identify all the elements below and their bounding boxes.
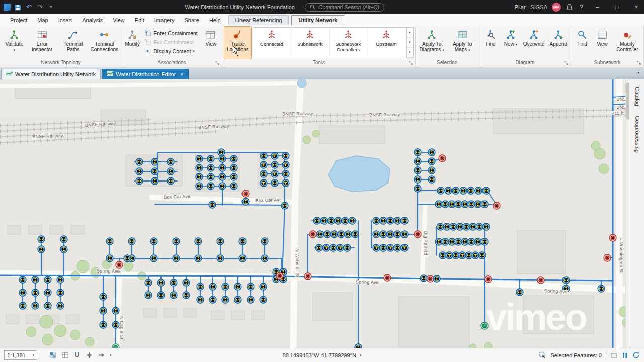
redo-button[interactable]: ↷	[36, 3, 44, 11]
gallery-down-icon[interactable]: ▾	[407, 38, 413, 48]
network-node-bowtie[interactable]	[380, 231, 387, 238]
overwrite-button[interactable]: Overwrite	[521, 26, 547, 59]
scrollbar-thumb[interactable]	[626, 82, 629, 120]
minimize-button[interactable]: –	[590, 0, 605, 14]
network-node-cross[interactable]	[219, 183, 226, 190]
customize-toolbar-chevron-icon[interactable]: ▾	[47, 3, 55, 11]
map-scale-combo[interactable]: 1:1,381 ▾	[4, 350, 37, 360]
gallery-item-connected[interactable]: Connected	[253, 28, 291, 58]
network-node-bowtie[interactable]	[324, 231, 331, 238]
network-node-bowtie[interactable]	[476, 223, 483, 230]
network-node-bowtie[interactable]	[328, 217, 335, 224]
network-node-cross[interactable]	[60, 246, 67, 253]
network-node-cross[interactable]	[170, 292, 177, 299]
network-node-cross[interactable]	[196, 173, 203, 180]
network-node-bowtie[interactable]	[394, 231, 401, 238]
network-node-cross[interactable]	[217, 255, 224, 262]
network-node-tee[interactable]	[271, 152, 278, 159]
network-node-red[interactable]	[493, 202, 500, 209]
network-node-tee[interactable]	[260, 179, 267, 187]
network-node-bowtie[interactable]	[373, 217, 380, 224]
network-node-tee[interactable]	[459, 252, 466, 259]
gallery-up-icon[interactable]: ▴	[407, 28, 413, 38]
network-node-cross[interactable]	[219, 173, 226, 180]
network-node-bowtie[interactable]	[112, 321, 119, 328]
network-node-bowtie[interactable]	[481, 201, 488, 208]
network-node-bowtie[interactable]	[151, 168, 158, 175]
dialog-launcher-icon[interactable]	[215, 60, 220, 66]
network-node-red[interactable]	[242, 190, 249, 197]
terminal-connections-button[interactable]: Terminal Connections	[89, 26, 119, 59]
refresh-map-icon[interactable]	[632, 351, 640, 359]
crosshair-icon[interactable]	[86, 351, 93, 359]
network-node-tee[interactable]	[472, 252, 479, 259]
network-node-bowtie[interactable]	[482, 187, 490, 194]
network-node-tee[interactable]	[401, 244, 408, 251]
network-node-cross[interactable]	[482, 223, 490, 230]
network-node-bowtie[interactable]	[230, 155, 237, 162]
network-node-cross[interactable]	[448, 238, 455, 245]
network-node-tee[interactable]	[271, 170, 278, 177]
network-node-cross[interactable]	[414, 158, 421, 165]
menu-tab-imagery[interactable]: Imagery	[149, 16, 180, 25]
network-node-bowtie[interactable]	[44, 276, 51, 283]
network-node-bowtie[interactable]	[481, 238, 488, 245]
network-node-bowtie[interactable]	[271, 161, 278, 168]
network-node-bowtie[interactable]	[260, 296, 267, 303]
trace-locations-button[interactable]: Trace Locations ▾	[224, 26, 251, 59]
gallery-item-subnetwork-controllers[interactable]: Subnetwork Controllers	[330, 28, 368, 58]
network-node-bowtie[interactable]	[247, 283, 254, 290]
menu-tab-share[interactable]: Share	[180, 16, 204, 25]
network-node-cross[interactable]	[196, 164, 203, 171]
network-node-cross[interactable]	[261, 255, 268, 262]
network-node-bowtie[interactable]	[439, 252, 446, 259]
network-node-cross[interactable]	[394, 217, 401, 224]
network-node-bowtie[interactable]	[468, 238, 475, 245]
network-node-cross[interactable]	[469, 223, 476, 230]
attribute-table-icon[interactable]	[61, 351, 69, 359]
network-node-cross[interactable]	[443, 223, 450, 230]
help-icon[interactable]: ?	[578, 3, 585, 11]
network-node-cross[interactable]	[197, 296, 204, 303]
menu-tab-insert[interactable]: Insert	[53, 16, 77, 25]
network-node-bowtie[interactable]	[207, 164, 214, 171]
gallery-expand-icon[interactable]: ▾	[407, 48, 413, 58]
network-node-bowtie[interactable]	[195, 238, 202, 245]
network-node-tee[interactable]	[323, 244, 330, 251]
network-node-cross[interactable]	[38, 246, 45, 253]
menu-tab-analysis[interactable]: Analysis	[77, 16, 108, 25]
network-node-bowtie[interactable]	[465, 252, 472, 259]
network-node-bowtie[interactable]	[562, 277, 570, 284]
network-node-bowtie[interactable]	[330, 244, 337, 251]
network-node-cross[interactable]	[435, 238, 442, 245]
network-node-bowtie[interactable]	[234, 296, 242, 303]
network-node-cross[interactable]	[167, 168, 174, 175]
network-node-cross[interactable]	[157, 279, 165, 286]
network-node-cross[interactable]	[380, 217, 387, 224]
network-node-bowtie[interactable]	[450, 223, 457, 230]
network-node-cross[interactable]	[349, 217, 356, 224]
network-node-bowtie[interactable]	[209, 296, 216, 303]
network-node-bowtie[interactable]	[170, 279, 177, 286]
menu-tab-view[interactable]: View	[108, 16, 130, 25]
network-node-cross[interactable]	[100, 307, 107, 314]
network-node-bowtie[interactable]	[222, 283, 229, 290]
network-node-bowtie[interactable]	[282, 170, 289, 177]
network-node-cross[interactable]	[32, 276, 39, 283]
gallery-scrollbar[interactable]: ▴▾▾	[406, 28, 413, 58]
network-node-bowtie[interactable]	[437, 187, 444, 194]
network-node-cross[interactable]	[428, 167, 435, 174]
network-node-bowtie[interactable]	[183, 292, 190, 299]
network-node-cross[interactable]	[218, 149, 225, 156]
panel-tab-geoprocessing[interactable]: Geoprocessing	[634, 112, 640, 156]
menu-tab-project[interactable]: Project	[5, 16, 32, 25]
menu-tab-map[interactable]: Map	[32, 16, 53, 25]
network-node-bowtie[interactable]	[338, 231, 345, 238]
enter-containment-button[interactable]: Enter Containment	[143, 29, 200, 37]
network-node-bowtie[interactable]	[128, 238, 135, 245]
network-node-cross[interactable]	[222, 296, 229, 303]
network-node-bowtie[interactable]	[271, 179, 278, 187]
network-node-red[interactable]	[485, 276, 492, 283]
network-node-cross[interactable]	[414, 176, 421, 183]
menu-tab-linear-referencing[interactable]: Linear Referencing	[228, 15, 289, 25]
